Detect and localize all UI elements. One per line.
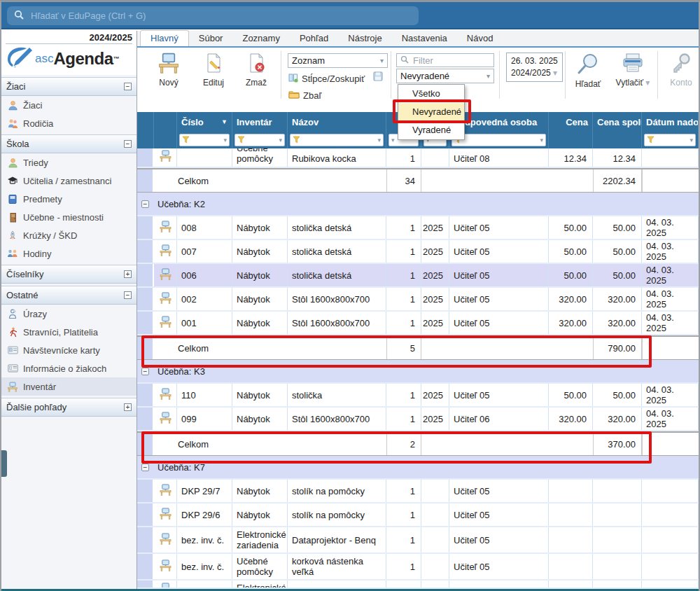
total-pocet: 5: [386, 337, 421, 359]
table-row[interactable]: bez. inv. č.Elektronické zariadeniaDatap…: [137, 527, 699, 554]
global-search-input[interactable]: [29, 10, 412, 22]
filter-cislo[interactable]: ▾: [177, 132, 232, 148]
sidebar-item-u-itelia-zamestnanci[interactable]: Učitelia / zamestnanci: [1, 172, 136, 190]
tab-nastavenia[interactable]: Nastavenia: [392, 31, 457, 46]
table-row[interactable]: DKP 29/7Nábytokstolík na pomôcky1Učiteľ …: [137, 480, 699, 503]
sidebar-item--razy[interactable]: Úrazy: [1, 305, 136, 323]
filter-text-input[interactable]: [412, 55, 490, 67]
new-button-label: Nový: [159, 78, 178, 88]
table-row[interactable]: bez. inv. č.Učebné pomôckykorková násten…: [137, 554, 699, 580]
date-year-box[interactable]: 26. 03. 2025 2024/2025 ▾: [506, 53, 563, 82]
sidebar-item-triedy[interactable]: Triedy: [1, 153, 136, 172]
collapse-group-icon[interactable]: −: [141, 464, 149, 471]
school-year-select[interactable]: 2024/2025: [511, 68, 551, 78]
tab-návod[interactable]: Návod: [457, 31, 503, 46]
cell-cena-spolu: [593, 480, 642, 502]
collapse-icon[interactable]: −: [124, 140, 132, 148]
sidebar-item-label: Stravníci, Platitelia: [23, 327, 98, 338]
group-header-row[interactable]: −Učebňa: K2: [137, 193, 699, 216]
filter-inventar[interactable]: ▾: [232, 132, 288, 148]
sidebar-section-škola[interactable]: Škola−: [1, 134, 136, 153]
table-row[interactable]: 099NábytokStôl 1600x800x70012025Učiteľ 0…: [137, 408, 699, 431]
table-row[interactable]: DKP 29/6Nábytokstolík na pomôcky1Učiteľ …: [137, 503, 699, 527]
expand-icon[interactable]: +: [124, 403, 132, 411]
new-button[interactable]: Nový: [148, 53, 189, 88]
table-row[interactable]: 006Nábytokstolička detská12025Učiteľ 055…: [137, 264, 699, 288]
print-button[interactable]: Vytlačiť ▾: [610, 53, 656, 88]
tab-nástroje[interactable]: Nástroje: [338, 31, 391, 46]
status-combobox[interactable]: Nevyradené ▾: [396, 69, 494, 83]
tab-pohľad[interactable]: Pohľad: [290, 31, 338, 46]
list-combobox[interactable]: Zoznam ▾: [288, 53, 388, 68]
tab-súbor[interactable]: Súbor: [189, 31, 233, 46]
print-button-label: Vytlačiť ▾: [616, 78, 650, 88]
row-gutter: [137, 240, 154, 263]
table-row[interactable]: 007Nábytokstolička detská12025Učiteľ 055…: [137, 240, 699, 264]
table-row[interactable]: Elektronické zariadenia: [137, 580, 699, 589]
column-header-cislo[interactable]: Číslo▼: [177, 112, 232, 132]
table-row[interactable]: 001NábytokStôl 1600x800x70012025Učiteľ 0…: [137, 312, 699, 335]
collapse-group-icon[interactable]: −: [141, 368, 149, 375]
cell-inventar: Nábytok: [232, 216, 288, 239]
sidebar-item-rodi-ia[interactable]: Rodičia: [1, 114, 136, 132]
sidebar-section-žiaci[interactable]: Žiaci−: [1, 77, 136, 96]
filter-nazov[interactable]: ▾: [288, 132, 386, 148]
cell-osoba: Učiteľ 06: [449, 408, 549, 430]
status-option-nevyradené[interactable]: Nevyradené: [398, 103, 464, 121]
column-header-datum[interactable]: Dátum nadob: [642, 112, 699, 132]
save-layout-button[interactable]: [373, 71, 383, 83]
cell-datum: 04. 03. 2025: [642, 264, 699, 286]
sidebar-item-inform-cie-o-iakoch[interactable]: Informácie o žiakoch: [1, 359, 136, 377]
section-label: Ďalšie pohľady: [6, 402, 66, 412]
desk-icon: [159, 244, 172, 258]
delete-button[interactable]: Zmaž: [236, 53, 276, 88]
cell-osoba: Učiteľ 05: [449, 527, 549, 552]
cell-inventar: Elektronické zariadenia: [232, 580, 288, 587]
column-header-cena[interactable]: Cena: [549, 112, 593, 132]
expand-icon[interactable]: +: [124, 270, 132, 278]
table-row[interactable]: 008Nábytokstolička detská12025Učiteľ 055…: [137, 216, 699, 240]
account-button[interactable]: Konto: [664, 53, 699, 88]
column-header-inventar[interactable]: Inventár: [232, 112, 288, 132]
row-gutter: [137, 527, 154, 552]
collapse-icon[interactable]: −: [124, 83, 132, 90]
cell-cena-spolu: [593, 580, 642, 587]
cell-cislo: 006: [177, 264, 232, 286]
group-header-row[interactable]: −Učebňa: K7: [137, 456, 699, 480]
search-button[interactable]: Hľadať: [569, 53, 607, 89]
columns-group-button[interactable]: Stĺpce/Zoskupiť: [288, 73, 365, 85]
cell-inventar: Nábytok: [232, 503, 288, 526]
tab-hlavný[interactable]: Hlavný: [140, 30, 189, 46]
sidebar-item-predmety[interactable]: Predmety: [1, 190, 136, 208]
tab-zoznamy[interactable]: Zoznamy: [232, 31, 289, 46]
sidebar-section-číselníky[interactable]: Číselníky+: [1, 265, 136, 284]
cell-cena-spolu: [593, 554, 642, 579]
sidebar-item-invent-r[interactable]: Inventár: [1, 377, 136, 396]
filter-datum[interactable]: ▾: [642, 132, 699, 148]
sidebar-item-hodiny[interactable]: Hodiny: [1, 244, 136, 263]
cell-nazov: korková nástenka veľká: [288, 554, 386, 579]
sidebar-item-stravn-ci-platitelia[interactable]: Stravníci, Platitelia: [1, 323, 136, 341]
sidebar-item-kr-ky-kd[interactable]: Krúžky / ŠKD: [1, 226, 136, 244]
table-row[interactable]: 002NábytokStôl 1600x800x70012025Učiteľ 0…: [137, 288, 699, 312]
table-row[interactable]: Učebné pomôckyRubikova kocka1Učiteľ 0812…: [137, 148, 699, 168]
edit-button[interactable]: Edituj: [193, 53, 234, 88]
column-header-nazov[interactable]: Názov: [288, 112, 386, 132]
desk-icon: [159, 388, 172, 402]
sidebar-section-ďalšie pohľady[interactable]: Ďalšie pohľady+: [1, 398, 136, 417]
collapse-button[interactable]: Zbaľ: [288, 90, 321, 101]
collapse-group-icon[interactable]: −: [141, 200, 149, 208]
filter-input[interactable]: [396, 53, 494, 67]
sidebar-item--iaci[interactable]: Žiaci: [1, 96, 136, 114]
column-header-cena-spolu[interactable]: Cena spolu: [593, 112, 642, 132]
side-scroll-handle[interactable]: [1, 450, 7, 477]
sidebar-item-u-ebne-miestnosti[interactable]: Učebne - miestnosti: [1, 208, 136, 226]
status-option-vyradené[interactable]: Vyradené: [398, 121, 464, 139]
sidebar-item-n-v-tevn-cke-karty[interactable]: Návštevnícke karty: [1, 341, 136, 359]
status-option-všetko[interactable]: Všetko: [398, 85, 464, 103]
collapse-icon[interactable]: −: [124, 291, 132, 299]
global-search[interactable]: [7, 6, 419, 25]
table-row[interactable]: 110Nábytokstolička12025Učiteľ 0550.0050.…: [137, 384, 699, 408]
group-header-row[interactable]: −Učebňa: K3: [137, 360, 699, 384]
sidebar-section-ostatné[interactable]: Ostatné−: [1, 286, 136, 305]
